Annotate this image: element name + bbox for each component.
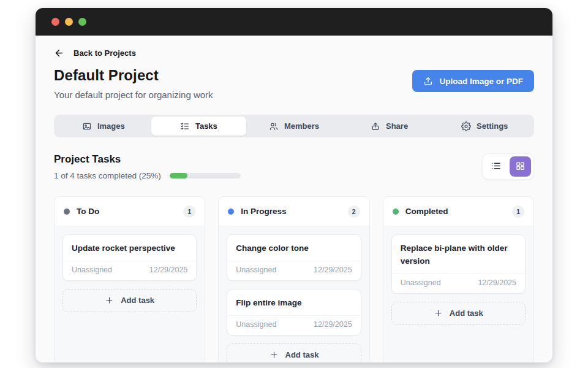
task-footer: Unassigned12/29/2025 <box>63 261 196 280</box>
progress-bar <box>170 173 241 178</box>
window-content: Back to Projects Default Project Your de… <box>36 36 552 362</box>
upload-icon <box>423 76 433 86</box>
task-assignee: Unassigned <box>236 320 276 329</box>
task-assignee: Unassigned <box>401 278 441 287</box>
settings-icon <box>461 121 471 131</box>
tasks-progress-block: Project Tasks 1 of 4 tasks completed (25… <box>54 153 241 180</box>
close-button[interactable] <box>51 18 59 26</box>
progress-row: 1 of 4 tasks completed (25%) <box>54 171 241 180</box>
progress-fill <box>170 173 187 178</box>
app-window: Back to Projects Default Project Your de… <box>36 8 552 362</box>
grid-view-icon <box>515 161 526 173</box>
column-header: In Progress2 <box>219 197 369 226</box>
progress-text: 1 of 4 tasks completed (25%) <box>54 171 161 180</box>
task-due-date: 12/29/2025 <box>149 266 188 274</box>
tasks-section-header: Project Tasks 1 of 4 tasks completed (25… <box>54 153 534 180</box>
page-subtitle: Your default project for organizing work <box>54 90 213 100</box>
share-icon <box>371 121 380 131</box>
project-title-block: Default Project Your default project for… <box>54 67 213 100</box>
kanban-column-completed: Completed1Replace bi-plane with older ve… <box>383 196 534 362</box>
page-title: Default Project <box>54 67 213 84</box>
column-body: Update rocket perspectiveUnassigned12/29… <box>55 226 205 320</box>
add-task-button[interactable]: Add task <box>227 343 361 362</box>
tab-tasks[interactable]: Tasks <box>151 117 247 136</box>
section-heading: Project Tasks <box>54 153 241 166</box>
images-icon <box>82 121 92 131</box>
tab-label: Share <box>386 121 408 131</box>
minimize-button[interactable] <box>65 18 73 26</box>
column-count-badge: 1 <box>512 205 524 218</box>
add-task-label: Add task <box>285 350 319 359</box>
task-footer: Unassigned12/29/2025 <box>392 274 525 293</box>
column-body: Replace bi-plane with older versionUnass… <box>383 226 533 333</box>
kanban-column-in-progress: In Progress2Change color toneUnassigned1… <box>218 196 369 362</box>
upload-button-label: Upload Image or PDF <box>439 77 523 86</box>
tab-label: Images <box>97 121 125 131</box>
add-task-label: Add task <box>121 296 154 305</box>
zoom-button[interactable] <box>78 18 86 26</box>
task-card[interactable]: Change color toneUnassigned12/29/2025 <box>227 234 361 281</box>
add-task-label: Add task <box>450 309 483 318</box>
task-due-date: 12/29/2025 <box>314 266 352 274</box>
list-view-icon <box>491 161 501 173</box>
list-view-button[interactable] <box>485 156 507 177</box>
grid-view-button[interactable] <box>510 156 531 177</box>
add-task-button[interactable]: Add task <box>391 302 526 325</box>
tab-label: Members <box>284 121 319 131</box>
task-footer: Unassigned12/29/2025 <box>227 261 360 280</box>
plus-icon <box>105 296 114 305</box>
task-due-date: 12/29/2025 <box>314 320 352 329</box>
view-toggle <box>482 153 534 180</box>
task-title: Change color tone <box>227 235 360 261</box>
tab-share[interactable]: Share <box>342 117 437 136</box>
tab-members[interactable]: Members <box>246 117 342 136</box>
task-title: Update rocket perspective <box>63 235 196 261</box>
plus-icon <box>270 350 279 359</box>
members-icon <box>269 121 279 131</box>
column-body: Change color toneUnassigned12/29/2025Fli… <box>219 226 369 362</box>
plus-icon <box>434 309 443 318</box>
column-count-badge: 1 <box>183 205 195 218</box>
column-name: In Progress <box>241 207 341 216</box>
kanban-column-to-do: To Do1Update rocket perspectiveUnassigne… <box>54 196 205 362</box>
task-footer: Unassigned12/29/2025 <box>227 315 360 335</box>
arrow-left-icon <box>54 48 64 58</box>
column-status-dot <box>393 209 399 215</box>
tab-settings[interactable]: Settings <box>437 117 532 136</box>
window-titlebar <box>36 8 552 36</box>
column-name: To Do <box>77 207 176 216</box>
tab-label: Settings <box>477 121 508 131</box>
column-name: Completed <box>405 207 505 216</box>
tab-bar: ImagesTasksMembersShareSettings <box>54 115 534 137</box>
column-header: Completed1 <box>383 197 533 226</box>
task-assignee: Unassigned <box>72 266 112 274</box>
back-label: Back to Projects <box>74 48 136 58</box>
column-status-dot <box>64 209 70 215</box>
back-to-projects-button[interactable]: Back to Projects <box>54 48 136 58</box>
project-header: Default Project Your default project for… <box>54 67 534 100</box>
task-title: Replace bi-plane with older version <box>392 235 525 274</box>
add-task-button[interactable]: Add task <box>62 289 197 312</box>
tab-images[interactable]: Images <box>56 117 151 136</box>
kanban-board: To Do1Update rocket perspectiveUnassigne… <box>54 196 534 362</box>
task-title: Flip entire image <box>227 289 360 315</box>
column-count-badge: 2 <box>348 205 360 218</box>
task-due-date: 12/29/2025 <box>478 278 516 287</box>
task-card[interactable]: Replace bi-plane with older versionUnass… <box>391 234 526 294</box>
column-header: To Do1 <box>55 197 205 226</box>
task-assignee: Unassigned <box>236 266 276 274</box>
task-card[interactable]: Flip entire imageUnassigned12/29/2025 <box>227 289 361 335</box>
upload-image-or-pdf-button[interactable]: Upload Image or PDF <box>412 70 534 92</box>
tasks-icon <box>180 121 190 131</box>
column-status-dot <box>228 209 234 215</box>
tab-label: Tasks <box>195 121 217 131</box>
task-card[interactable]: Update rocket perspectiveUnassigned12/29… <box>62 234 197 281</box>
